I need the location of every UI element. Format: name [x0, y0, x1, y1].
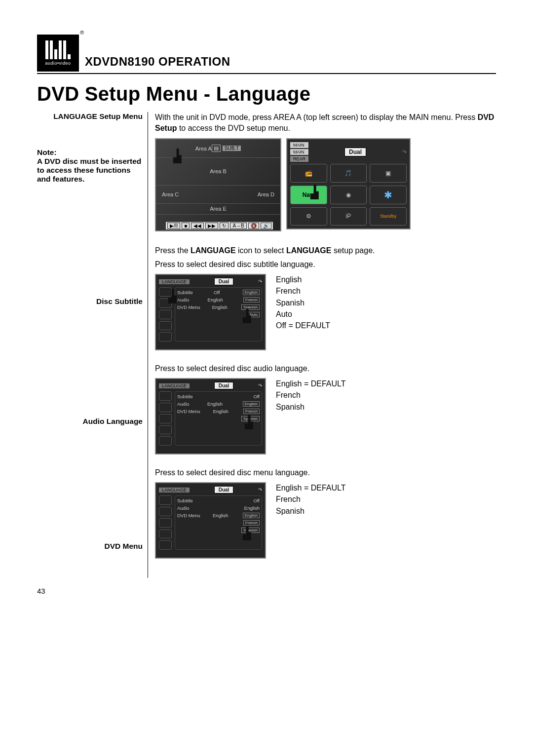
language-tab: LANGUAGE — [159, 488, 190, 492]
home-cell-radio: 📻 — [290, 164, 327, 183]
home-grid: 📻 🎵 ▣ Navi ◉ ✱ ⚙ iP Standby — [290, 164, 407, 226]
page-number: 43 — [37, 587, 496, 595]
area-e-row: Area E — [156, 203, 280, 214]
mini-settings-list: SubtitleOffEnglish AudioEnglishFrench DV… — [175, 287, 262, 341]
dvdmenu-screenshot: LANGUAGE Dual ↷ SubtitleOff AudioEnglish… — [155, 482, 266, 559]
mini-sidebar — [159, 495, 172, 550]
opt-english-default: English = DEFAULT — [276, 482, 346, 493]
audio-desc: Press to select desired disc audio langu… — [155, 364, 496, 373]
fastfwd-icon: ▶▶ — [205, 223, 218, 229]
mini-arrow-icon: ↷ — [258, 279, 262, 284]
opt-english-default: English = DEFAULT — [276, 378, 346, 389]
mute-icon: 🔇 — [248, 223, 259, 229]
subtitle-options-list: English French Spanish Auto Off = DEFAUL… — [276, 274, 330, 350]
brand-logo: ® audio•video — [37, 35, 79, 72]
dual-badge-mini: Dual — [214, 278, 234, 285]
mini-sidebar — [159, 391, 172, 446]
intro-text: With the unit in DVD mode, press AREA A … — [155, 112, 496, 133]
dvdmenu-desc: Press to select desired disc menu langua… — [155, 468, 496, 477]
opt-spanish: Spanish — [276, 505, 346, 517]
repeat-icon: ↻ — [220, 223, 228, 229]
audio-options-list: English = DEFAULT French Spanish — [276, 378, 346, 454]
opt-auto: Auto — [276, 308, 330, 320]
touch-areas-screenshot: Area A ▤ SUB.T Area B Area C Area D Area… — [155, 138, 281, 231]
note-block: Note: A DVD disc must be inserted to acc… — [37, 148, 143, 184]
home-top-row: MAIN MAIN REAR Dual ↷ — [290, 142, 407, 162]
operation-title: XDVDN8190 OPERATION — [85, 55, 230, 69]
screenshot-row: Area A ▤ SUB.T Area B Area C Area D Area… — [155, 138, 496, 231]
main-tag: MAIN — [290, 142, 308, 148]
opt-english: English — [276, 274, 330, 285]
dvdmenu-options-list: English = DEFAULT French Spanish — [276, 482, 346, 559]
home-cell-disc: ◉ — [330, 186, 367, 204]
page-header: ® audio•video XDVDN8190 OPERATION — [37, 35, 496, 74]
area-d-label: Area D — [258, 191, 274, 197]
registered-mark: ® — [80, 30, 84, 36]
dual-badge-mini: Dual — [214, 382, 234, 389]
area-c-label: Area C — [162, 191, 179, 197]
mini-sidebar — [159, 287, 172, 341]
note-body: A DVD disc must be inserted to access th… — [37, 157, 143, 184]
list-icon: ▤ — [212, 145, 221, 152]
label-dvd-menu: DVD Menu — [37, 542, 143, 551]
left-label-column: LANGUAGE Setup Menu Note: A DVD disc mus… — [37, 112, 148, 578]
mini-arrow-icon: ↷ — [258, 383, 262, 388]
dual-logo-badge: Dual — [344, 148, 366, 156]
opt-french: French — [276, 285, 330, 297]
home-cell-navi: Navi — [290, 186, 327, 204]
home-cell-source: ▣ — [370, 164, 407, 183]
logo-bars-icon — [45, 40, 71, 59]
intro-part1: With the unit in DVD mode, press AREA A … — [155, 113, 478, 121]
subtitle-screenshot: LANGUAGE Dual ↷ SubtitleOffEnglish Audio… — [155, 274, 266, 350]
press-language-line: Press the LANGUAGE icon to select LANGUA… — [155, 246, 496, 255]
mini-arrow-icon: ↷ — [258, 487, 262, 492]
play-pause-icon: ▶/II — [167, 223, 180, 229]
label-disc-subtitle: Disc Subtitle — [37, 297, 143, 306]
opt-spanish: Spanish — [276, 297, 330, 308]
main2-tag: MAIN — [290, 149, 308, 155]
home-cell-settings: ⚙ — [290, 207, 327, 226]
home-cell-standby: Standby — [370, 207, 407, 226]
opt-off-default: Off = DEFAULT — [276, 320, 330, 331]
area-a-label: Area A — [195, 146, 212, 151]
brand-subtext: audio•video — [45, 61, 71, 66]
subt-badge: SUB.T — [223, 146, 241, 151]
disc-subtitle-row: LANGUAGE Dual ↷ SubtitleOffEnglish Audio… — [155, 274, 496, 350]
sound-icon: 🔊 — [261, 223, 271, 229]
home-cell-ipod: iP — [330, 207, 367, 226]
manual-page: ® audio•video XDVDN8190 OPERATION DVD Se… — [0, 0, 533, 756]
audio-screenshot: LANGUAGE Dual ↷ SubtitleOff AudioEnglish… — [155, 378, 266, 454]
label-audio-language: Audio Language — [37, 417, 143, 426]
home-arrow-icon: ↷ — [402, 149, 407, 155]
mini-settings-list: SubtitleOff AudioEnglish DVD MenuEnglish… — [175, 495, 262, 550]
intro-part2: to access the DVD setup menu. — [177, 124, 290, 132]
stop-icon: ■ — [182, 223, 190, 229]
page-title: DVD Setup Menu - Language — [37, 83, 496, 105]
disc-subtitle-desc: Press to select desired disc subtitle la… — [155, 260, 496, 269]
opt-french: French — [276, 493, 346, 505]
ab-repeat-icon: A→B — [230, 223, 246, 229]
opt-french: French — [276, 389, 346, 401]
opt-spanish: Spanish — [276, 401, 346, 413]
audio-row: LANGUAGE Dual ↷ SubtitleOff AudioEnglish… — [155, 378, 496, 454]
area-a-row: Area A ▤ SUB.T — [156, 139, 280, 157]
home-cell-bluetooth: ✱ — [370, 186, 407, 204]
right-content-column: With the unit in DVD mode, press AREA A … — [148, 112, 496, 578]
rear-tag: REAR — [290, 156, 308, 162]
area-cd-row: Area C Area D — [156, 185, 280, 203]
dual-badge-mini: Dual — [214, 486, 234, 493]
home-cell-music: 🎵 — [330, 164, 367, 183]
dvdmenu-row: LANGUAGE Dual ↷ SubtitleOff AudioEnglish… — [155, 482, 496, 559]
language-tab: LANGUAGE — [159, 279, 190, 284]
content-columns: LANGUAGE Setup Menu Note: A DVD disc mus… — [37, 112, 496, 578]
main-menu-screenshot: MAIN MAIN REAR Dual ↷ 📻 🎵 ▣ Navi ◉ ✱ — [286, 138, 411, 229]
language-tab: LANGUAGE — [159, 383, 190, 388]
note-heading: Note: — [37, 148, 143, 157]
rewind-icon: ◀◀ — [191, 223, 204, 229]
label-language-setup: LANGUAGE Setup Menu — [37, 112, 143, 121]
playback-controls: ▶/II ■ ◀◀ ▶▶ ↻ A→B 🔇 🔊 — [166, 222, 273, 229]
